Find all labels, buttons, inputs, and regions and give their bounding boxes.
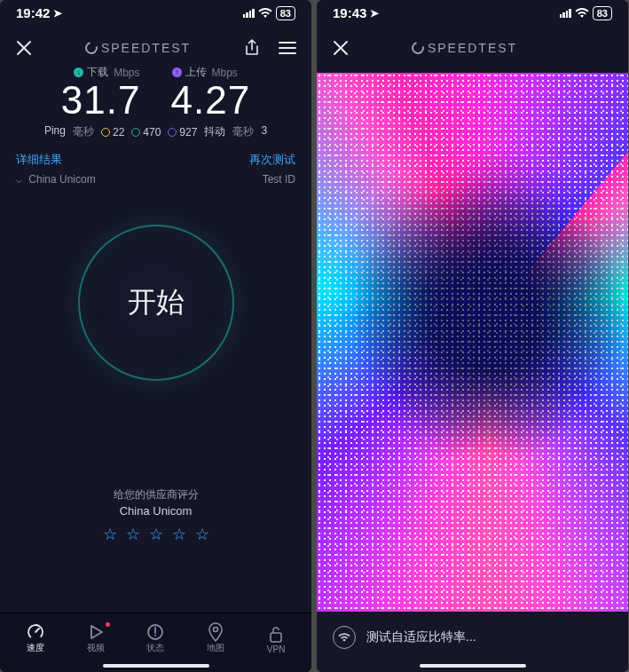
ping-up-icon [168, 128, 177, 137]
location-icon: ➤ [370, 7, 379, 20]
wifi-circle-icon [333, 626, 356, 649]
tab-label: 速度 [9, 642, 62, 654]
jitter-value: 3 [261, 124, 267, 139]
go-label: 开始 [128, 283, 185, 322]
svg-line-1 [35, 629, 39, 632]
status-time: 19:42 [16, 5, 50, 20]
star-icon[interactable]: ☆ [103, 525, 117, 544]
tab-bar: 速度 视频 状态 地图 VPN [0, 613, 311, 672]
gauge-icon [409, 39, 426, 56]
play-icon [69, 622, 122, 642]
tab-label: 视频 [69, 642, 122, 654]
pin-icon [189, 622, 242, 642]
close-icon[interactable] [331, 38, 350, 58]
status-bar: 19:42 ➤ 83 [0, 0, 311, 22]
app-header: SPEEDTEST [317, 22, 628, 61]
jitter-unit: 毫秒 [232, 124, 254, 139]
screenshot-right: 19:43 ➤ 83 SPEEDTEST 测试自适应比特率... [317, 0, 628, 672]
wifi-icon [575, 8, 589, 19]
ping-down: 470 [143, 126, 161, 138]
rating-isp: China Unicom [0, 504, 311, 518]
jitter-label: 抖动 [204, 124, 225, 139]
ping-unit: 毫秒 [73, 124, 94, 139]
cellular-icon [243, 9, 255, 18]
tab-status[interactable]: 状态 [129, 622, 182, 654]
results-panel: ↓ 下载 Mbps ↑ 上传 Mbps 31.7 4.27 Ping 毫秒 22… [0, 61, 311, 186]
status-time: 19:43 [333, 5, 366, 20]
close-icon[interactable] [14, 38, 34, 58]
notification-dot-icon [106, 622, 110, 627]
menu-icon[interactable] [278, 38, 297, 58]
rating-stars[interactable]: ☆ ☆ ☆ ☆ ☆ [0, 525, 311, 544]
ping-up: 927 [179, 126, 197, 138]
location-icon: ➤ [53, 7, 62, 20]
star-icon[interactable]: ☆ [149, 525, 163, 544]
cellular-icon [560, 9, 571, 18]
ping-row: Ping 毫秒 22 470 927 抖动 毫秒 3 [14, 124, 297, 139]
tab-label: 状态 [129, 642, 182, 654]
tab-vpn[interactable]: VPN [249, 625, 303, 654]
brand-logo: SPEEDTEST [412, 41, 517, 55]
status-message: 测试自适应比特率... [366, 629, 476, 645]
battery-indicator: 83 [276, 6, 295, 20]
gauge-icon [9, 622, 62, 642]
ping-idle-icon [101, 128, 110, 137]
svg-point-4 [154, 635, 156, 636]
tab-video[interactable]: 视频 [69, 622, 122, 654]
go-button[interactable]: 开始 [78, 225, 234, 381]
upload-value: 4.27 [171, 78, 251, 123]
star-icon[interactable]: ☆ [195, 525, 209, 544]
bottom-status: 测试自适应比特率... [317, 612, 628, 672]
download-icon: ↓ [74, 67, 83, 77]
battery-indicator: 83 [593, 6, 612, 20]
svg-rect-6 [271, 633, 281, 642]
tab-label: VPN [249, 644, 303, 654]
rating-block: 给您的供应商评分 China Unicom ☆ ☆ ☆ ☆ ☆ [0, 487, 311, 544]
lock-icon [249, 625, 303, 644]
home-indicator[interactable] [103, 664, 209, 668]
share-icon[interactable] [242, 38, 262, 58]
svg-point-5 [214, 628, 218, 632]
star-icon[interactable]: ☆ [126, 525, 140, 544]
tab-speed[interactable]: 速度 [9, 622, 62, 654]
details-link[interactable]: 详细结果 [16, 152, 62, 168]
status-bar: 19:43 ➤ 83 [317, 0, 628, 22]
brand-text: SPEEDTEST [428, 41, 517, 55]
wifi-icon [258, 8, 272, 19]
test-id-label[interactable]: Test ID [263, 173, 295, 186]
ping-down-icon [131, 128, 140, 137]
alert-icon [129, 622, 182, 642]
download-value: 31.7 [61, 78, 141, 123]
tab-label: 地图 [189, 642, 242, 654]
upload-icon: ↑ [172, 67, 182, 77]
home-indicator[interactable] [420, 664, 526, 668]
video-test-animation [317, 73, 628, 619]
gauge-icon [83, 39, 99, 56]
star-icon[interactable]: ☆ [172, 525, 186, 544]
ping-idle: 22 [113, 126, 124, 138]
wifi-tiny-icon: ⌵ [16, 174, 22, 185]
provider-name: ⌵ China Unicom [16, 173, 96, 186]
screenshot-left: 19:42 ➤ 83 SPEEDTEST [0, 0, 311, 672]
brand-logo: SPEEDTEST [85, 41, 191, 55]
tab-map[interactable]: 地图 [189, 622, 242, 654]
ping-label: Ping [44, 124, 66, 139]
rating-prompt: 给您的供应商评分 [0, 487, 311, 502]
retest-link[interactable]: 再次测试 [249, 152, 295, 168]
brand-text: SPEEDTEST [101, 41, 191, 55]
app-header: SPEEDTEST [0, 22, 311, 61]
